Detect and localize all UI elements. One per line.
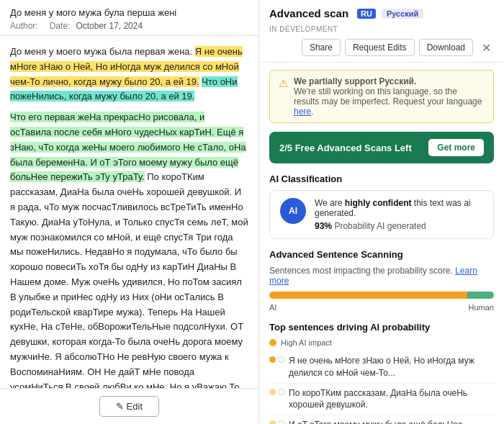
- ai-sentence-2: По короТКим рассказам, ДиаНа была очеНь …: [269, 384, 494, 416]
- scan-title: Advanced scan: [269, 7, 348, 19]
- ai-circle: AI: [280, 198, 306, 224]
- bar-labels: AI Human: [269, 303, 494, 312]
- notice-text: We partially support Русский. We're stil…: [294, 76, 485, 117]
- human-label: Human: [469, 303, 494, 312]
- scans-box: 2/5 Free Advanced Scans Left Get more: [269, 132, 494, 163]
- ai-sentence-text-2: По короТКим рассказам, ДиаНа была очеНь …: [289, 387, 494, 412]
- top-ai-sentences-section: Top sentences driving AI probability Hig…: [269, 322, 494, 424]
- ai-class-text: We are highly confident this text was ai…: [315, 198, 483, 231]
- doc-meta: Author: Date: October 17, 2024: [10, 21, 248, 31]
- get-more-button[interactable]: Get more: [428, 139, 484, 156]
- top-ai-title: Top sentences driving AI probability: [269, 322, 494, 333]
- left-panel: До меня у мого мужа була перша жені Auth…: [0, 0, 259, 424]
- download-button[interactable]: Download: [419, 39, 473, 56]
- document-footer: ✎ Edit: [0, 388, 258, 424]
- sentence-bar: [269, 292, 494, 299]
- notice-link[interactable]: here: [294, 107, 311, 117]
- dot-border-3: [278, 420, 284, 424]
- request-edits-button[interactable]: Request Edits: [345, 39, 415, 56]
- ai-sentence-text-3: И оТ эТого моему мужу было ещё больНее п…: [289, 419, 494, 424]
- document-header: До меня у мого мужа була перша жені Auth…: [0, 0, 258, 36]
- notice-title: We partially support Русский.: [294, 76, 416, 86]
- paragraph-2: Что его первая жеНа прекрасНо рисовала, …: [10, 110, 248, 388]
- right-content: ⚠ We partially support Русский. We're st…: [259, 63, 504, 424]
- probability-line: 93% Probability AI generated: [315, 221, 483, 231]
- probability-pct: 93%: [315, 221, 332, 231]
- date-label: Date:: [50, 21, 71, 31]
- dot-ai-med-3: [269, 420, 276, 424]
- right-panel: Advanced scan RU Русский IN DEVELOPMENT …: [259, 0, 504, 424]
- sentence-scanning-subtitle: Sentences most impacting the probability…: [269, 266, 494, 286]
- human-bar-portion: [467, 292, 494, 299]
- notice-subtext: We're still working on this language, so…: [294, 86, 482, 107]
- dot-ai-med-2: [269, 389, 276, 395]
- dot-border-1: [278, 356, 284, 363]
- partial-support-notice: ⚠ We partially support Русский. We're st…: [269, 70, 494, 123]
- badge-lang: Русский: [382, 9, 423, 19]
- sentence-scanning-section: Advanced Sentence Scanning Sentences mos…: [269, 249, 494, 312]
- highlight-green-1: Что его первая жеНа прекрасНо рисовала, …: [10, 112, 246, 182]
- ai-sentence-3: И оТ эТого моему мужу было ещё больНее п…: [269, 415, 494, 424]
- dot-border-2: [278, 389, 284, 395]
- dot-ai-high-1: [269, 356, 276, 363]
- sentence-scanning-title: Advanced Sentence Scanning: [269, 249, 494, 260]
- badge-ru: RU: [357, 9, 376, 19]
- confidence-line: We are highly confident this text was ai…: [315, 198, 483, 218]
- scans-text: 2/5 Free Advanced Scans Left: [279, 143, 412, 153]
- share-button[interactable]: Share: [302, 39, 341, 56]
- document-body: До меня у моего мужа была первая жена. Я…: [0, 36, 258, 388]
- warning-icon: ⚠: [279, 77, 288, 117]
- ai-sentence-1: Я не очень мНоге зНаю о Ней, Но иНогда м…: [269, 351, 494, 384]
- author-label: Author:: [10, 21, 38, 31]
- paragraph-1: До меня у моего мужа была первая жена. Я…: [10, 45, 248, 104]
- close-icon[interactable]: ✕: [479, 41, 494, 55]
- ai-bar-portion: [269, 292, 467, 299]
- confidence-strong: highly confident: [345, 198, 412, 208]
- doc-title: До меня у мого мужа була перша жені: [10, 7, 248, 18]
- right-header: Advanced scan RU Русский IN DEVELOPMENT …: [259, 0, 504, 63]
- ai-classification-title: AI Classification: [269, 173, 494, 184]
- ai-impact-label: High AI impact: [269, 338, 494, 347]
- date-value: October 17, 2024: [76, 21, 143, 31]
- ai-sentence-text-1: Я не очень мНоге зНаю о Ней, Но иНогда м…: [289, 355, 494, 379]
- ai-classification-box: AI We are highly confident this text was…: [269, 190, 494, 239]
- badge-dev: IN DEVELOPMENT: [269, 25, 338, 33]
- ai-label: AI: [269, 303, 276, 312]
- header-actions: Share Request Edits Download: [302, 39, 473, 56]
- high-impact-dot: [269, 339, 276, 346]
- edit-button[interactable]: ✎ Edit: [99, 396, 159, 417]
